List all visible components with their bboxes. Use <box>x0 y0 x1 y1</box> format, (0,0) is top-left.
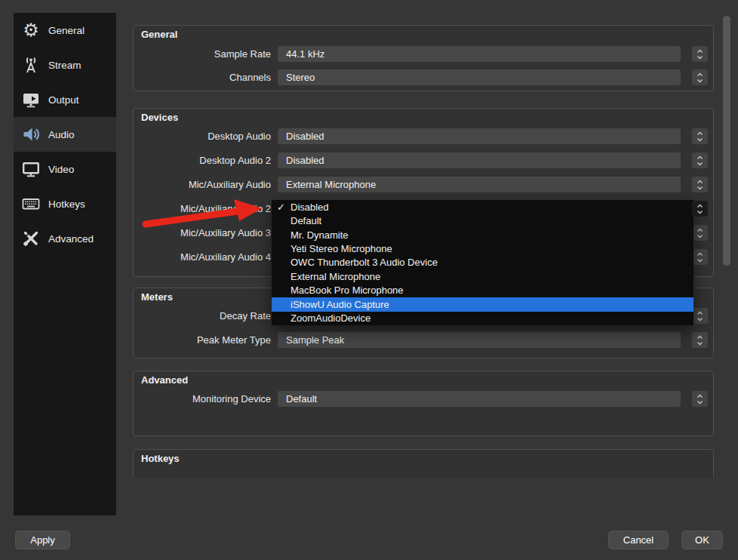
speaker-icon <box>20 124 42 145</box>
sample-rate-select[interactable]: 44.1 kHz <box>278 46 681 62</box>
mic-aux-audio-2-stepper[interactable] <box>692 201 708 217</box>
decay-rate-label: Decay Rate <box>134 308 271 324</box>
sample-rate-label: Sample Rate <box>134 46 271 62</box>
devices-section-title: Devices <box>141 112 178 123</box>
advanced-section-title: Advanced <box>141 374 188 386</box>
mic-aux-audio-stepper[interactable] <box>692 177 708 192</box>
check-icon: ✓ <box>272 202 291 213</box>
dropdown-option-external-microphone[interactable]: External Microphone <box>272 269 693 283</box>
sidebar-item-advanced[interactable]: Advanced <box>14 221 116 256</box>
dropdown-option-yeti-stereo-microphone[interactable]: Yeti Stereo Microphone <box>272 242 693 255</box>
gear-icon: ⚙ <box>20 20 42 41</box>
sample-rate-value: 44.1 kHz <box>286 48 324 60</box>
desktop-audio-select[interactable]: Disabled <box>278 128 681 144</box>
dropdown-option-label: Default <box>291 215 321 226</box>
desktop-audio-2-select[interactable]: Disabled <box>278 152 681 168</box>
broadcast-icon <box>20 54 42 75</box>
desktop-audio-label: Desktop Audio <box>134 128 271 144</box>
sidebar-item-video[interactable]: Video <box>14 152 116 186</box>
settings-sidebar: ⚙ General Stream <box>14 13 116 515</box>
desktop-audio-2-label: Desktop Audio 2 <box>134 152 271 168</box>
dropdown-option-mr-dynamite[interactable]: Mr. Dynamite <box>272 228 693 242</box>
tools-icon <box>20 228 42 249</box>
dropdown-option-zoomaudiodevice[interactable]: ZoomAudioDevice <box>272 312 693 325</box>
mic-aux-audio-2-dropdown: ✓ Disabled Default Mr. Dynamite Yeti Ste… <box>272 200 693 325</box>
peak-meter-type-value: Sample Peak <box>286 334 344 346</box>
sidebar-item-label: Output <box>48 94 79 106</box>
dropdown-option-label: iShowU Audio Capture <box>291 299 389 310</box>
dropdown-option-label: ZoomAudioDevice <box>291 312 371 324</box>
general-section: General Sample Rate 44.1 kHz Channels St… <box>133 25 714 91</box>
scrollbar-thumb[interactable] <box>723 16 730 266</box>
dropdown-option-label: Disabled <box>291 202 329 213</box>
dropdown-option-label: MacBook Pro Microphone <box>291 285 404 296</box>
dropdown-option-ishowu-audio-capture[interactable]: iShowU Audio Capture <box>272 297 693 311</box>
dropdown-option-label: External Microphone <box>291 271 380 282</box>
hotkeys-section-title: Hotkeys <box>141 453 180 464</box>
mic-aux-audio-4-stepper[interactable] <box>692 249 708 265</box>
desktop-audio-value: Disabled <box>286 131 324 142</box>
sidebar-item-label: Video <box>48 164 74 175</box>
channels-stepper[interactable] <box>692 69 708 85</box>
monitor-icon <box>20 158 42 180</box>
dropdown-option-disabled[interactable]: ✓ Disabled <box>272 200 693 214</box>
mic-aux-audio-3-stepper[interactable] <box>692 225 708 241</box>
mic-aux-audio-label: Mic/Auxiliary Audio <box>134 177 271 192</box>
ok-button[interactable]: OK <box>681 531 723 549</box>
keyboard-icon <box>20 193 42 214</box>
apply-button[interactable]: Apply <box>15 531 70 549</box>
desktop-audio-stepper[interactable] <box>692 128 708 144</box>
mic-aux-audio-2-label: Mic/Auxiliary Audio 2 <box>134 201 271 217</box>
monitoring-device-label: Monitoring Device <box>134 391 271 407</box>
decay-rate-stepper[interactable] <box>692 308 708 324</box>
sidebar-item-hotkeys[interactable]: Hotkeys <box>14 186 116 221</box>
monitor-arrow-icon <box>20 89 42 110</box>
mic-aux-audio-select[interactable]: External Microphone <box>278 177 681 192</box>
sidebar-item-output[interactable]: Output <box>14 82 116 117</box>
channels-label: Channels <box>134 69 271 85</box>
peak-meter-type-select[interactable]: Sample Peak <box>278 332 681 348</box>
monitoring-device-select[interactable]: Default <box>278 391 681 407</box>
sample-rate-stepper[interactable] <box>692 46 708 62</box>
dropdown-option-macbook-pro-microphone[interactable]: MacBook Pro Microphone <box>272 284 693 297</box>
peak-meter-type-stepper[interactable] <box>692 332 708 348</box>
sidebar-item-audio[interactable]: Audio <box>14 117 116 152</box>
channels-value: Stereo <box>286 72 315 83</box>
sidebar-item-label: Stream <box>48 60 81 71</box>
sidebar-item-general[interactable]: ⚙ General <box>14 13 116 48</box>
monitoring-device-stepper[interactable] <box>692 391 708 407</box>
desktop-audio-2-stepper[interactable] <box>692 152 708 168</box>
hotkeys-section: Hotkeys <box>133 449 714 478</box>
sidebar-item-label: General <box>48 25 85 36</box>
mic-aux-audio-3-label: Mic/Auxiliary Audio 3 <box>134 225 271 241</box>
dropdown-option-owc-thunderbolt-3[interactable]: OWC Thunderbolt 3 Audio Device <box>272 256 693 269</box>
desktop-audio-2-value: Disabled <box>286 155 324 166</box>
advanced-section: Advanced Monitoring Device Default <box>133 371 714 436</box>
dropdown-option-label: OWC Thunderbolt 3 Audio Device <box>291 257 438 268</box>
mic-aux-audio-4-label: Mic/Auxiliary Audio 4 <box>134 249 271 265</box>
sidebar-item-stream[interactable]: Stream <box>14 48 116 82</box>
cancel-button[interactable]: Cancel <box>608 531 669 549</box>
meters-section-title: Meters <box>141 291 173 303</box>
peak-meter-type-label: Peak Meter Type <box>134 332 271 348</box>
sidebar-item-label: Audio <box>48 129 75 140</box>
monitoring-device-value: Default <box>286 393 317 405</box>
general-section-title: General <box>141 29 177 40</box>
channels-select[interactable]: Stereo <box>278 69 681 85</box>
dropdown-option-label: Yeti Stereo Microphone <box>291 243 392 254</box>
dropdown-option-label: Mr. Dynamite <box>291 229 349 241</box>
sidebar-item-label: Advanced <box>48 233 94 245</box>
dropdown-option-default[interactable]: Default <box>272 214 693 227</box>
settings-window: ⚙ General Stream <box>0 0 738 560</box>
mic-aux-audio-value: External Microphone <box>286 179 376 190</box>
sidebar-item-label: Hotkeys <box>48 198 85 210</box>
